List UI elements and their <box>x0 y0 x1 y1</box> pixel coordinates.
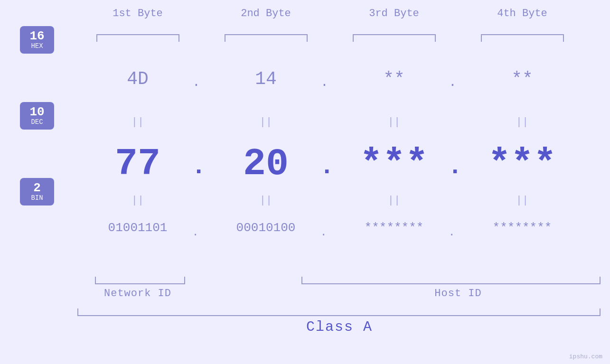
dbl-bar-hex-dec-2: || <box>202 116 330 128</box>
main-container: 1st Byte 2nd Byte 3rd Byte 4th Byte 16 H… <box>0 0 610 364</box>
dbl-bar-dec-bin-3: || <box>330 195 458 206</box>
dec-val-2: 20 <box>202 142 330 186</box>
dot-bin-2: . <box>320 227 327 239</box>
dot-hex-3: . <box>449 75 457 90</box>
dec-val-3: *** <box>330 142 458 186</box>
bin-val-1: 01001101 <box>74 221 202 235</box>
dot-bin-1: . <box>192 227 198 239</box>
dbl-bar-dec-bin-1: || <box>74 195 202 206</box>
hex-val-1: 4D <box>74 69 202 89</box>
top-bracket-2 <box>202 34 330 42</box>
dot-hex-2: . <box>320 75 328 90</box>
network-id-bracket <box>95 277 185 284</box>
network-id-label: Network ID <box>74 288 202 299</box>
bin-val-3: ******** <box>330 221 458 235</box>
hex-val-4: ** <box>458 69 586 89</box>
dot-dec-1: . <box>191 153 206 181</box>
watermark: ipshu.com <box>569 353 602 360</box>
byte-header-4: 4th Byte <box>458 8 586 19</box>
top-bracket-shape-3 <box>353 34 436 42</box>
hex-val-3: ** <box>330 69 458 89</box>
dbl-bar-hex-dec-3: || <box>330 116 458 128</box>
class-a-bracket <box>77 308 601 316</box>
content-area: 4D || 77 || 01001101 14 || 20 || 0001010… <box>0 43 610 364</box>
top-bracket-1 <box>74 34 202 42</box>
bin-val-4: ******** <box>458 221 586 235</box>
top-bracket-3 <box>330 34 458 42</box>
dec-val-4: *** <box>458 142 586 186</box>
byte-header-3: 3rd Byte <box>330 8 458 19</box>
dbl-bar-dec-bin-2: || <box>202 195 330 206</box>
host-id-label: Host ID <box>330 288 586 299</box>
dot-dec-2: . <box>319 153 334 181</box>
byte-header-2: 2nd Byte <box>202 8 330 19</box>
values-grid: 4D || 77 || 01001101 14 || 20 || 0001010… <box>74 43 605 364</box>
class-a-label: Class A <box>74 319 605 335</box>
dot-dec-3: . <box>448 153 462 181</box>
top-bracket-shape-2 <box>225 34 308 42</box>
host-id-bracket <box>301 277 601 284</box>
byte-headers-row: 1st Byte 2nd Byte 3rd Byte 4th Byte <box>74 8 605 19</box>
dec-val-1: 77 <box>74 142 202 186</box>
dot-hex-1: . <box>192 75 200 90</box>
top-bracket-shape-1 <box>96 34 179 42</box>
dot-bin-3: . <box>449 227 455 239</box>
top-bracket-4 <box>458 34 586 42</box>
bin-val-2: 00010100 <box>202 221 330 235</box>
dbl-bar-hex-dec-1: || <box>74 116 202 128</box>
dbl-bar-dec-bin-4: || <box>458 195 586 206</box>
byte-header-1: 1st Byte <box>74 8 202 19</box>
hex-val-2: 14 <box>202 69 330 89</box>
dbl-bar-hex-dec-4: || <box>458 116 586 128</box>
top-brackets-row <box>74 34 605 42</box>
hex-badge-num: 16 <box>22 30 52 42</box>
top-bracket-shape-4 <box>481 34 564 42</box>
